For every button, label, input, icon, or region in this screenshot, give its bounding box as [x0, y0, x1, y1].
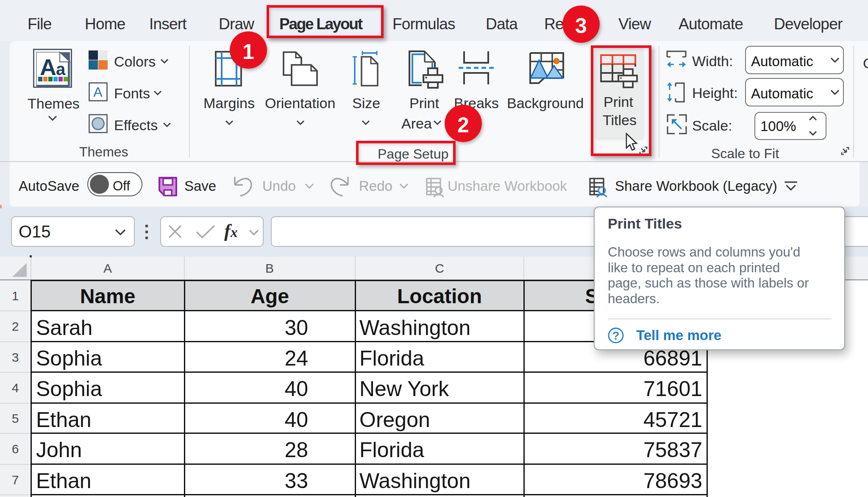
svg-text:A: A: [93, 84, 103, 100]
svg-text:A: A: [40, 54, 56, 80]
svg-text:a: a: [56, 60, 66, 78]
svg-text:?: ?: [612, 329, 620, 342]
